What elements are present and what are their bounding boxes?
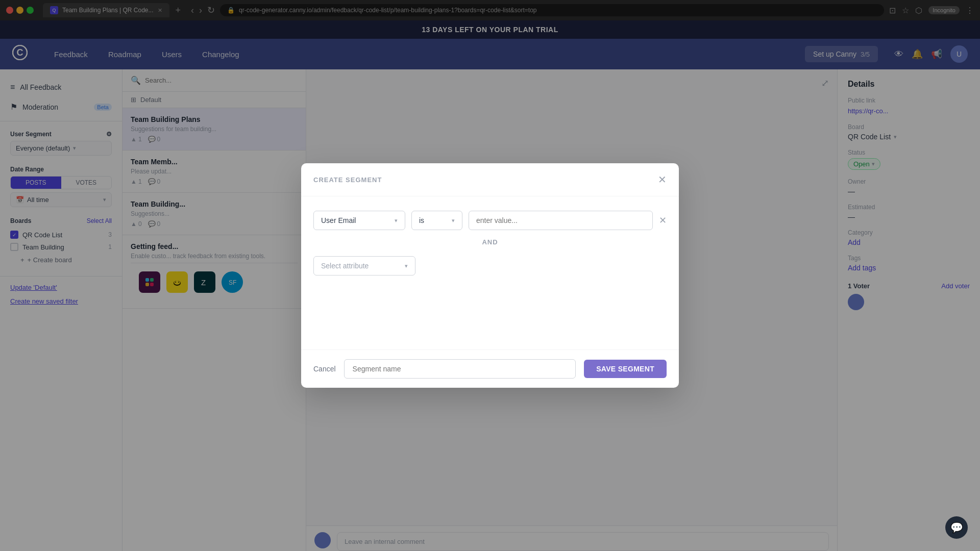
segment-row-1: User Email ▾ is ▾ ✕ [313,211,667,230]
modal-body: User Email ▾ is ▾ ✕ AND Select attribute… [301,196,679,349]
cancel-button[interactable]: Cancel [313,365,336,373]
operator-chevron-icon: ▾ [452,217,455,224]
create-segment-modal: CREATE SEGMENT ✕ User Email ▾ is ▾ ✕ AND [301,163,679,388]
segment-row-2: Select attribute ▾ [313,256,667,276]
and-divider: AND [313,238,667,246]
attribute-placeholder-2: Select attribute [321,262,369,270]
attribute-2-chevron-icon: ▾ [405,263,408,269]
operator-label: is [419,216,424,224]
modal-overlay[interactable]: CREATE SEGMENT ✕ User Email ▾ is ▾ ✕ AND [0,0,980,551]
row1-close-button[interactable]: ✕ [659,215,667,226]
attribute-chevron-icon: ▾ [395,217,398,224]
modal-footer: Cancel SAVE SEGMENT [301,349,679,388]
attribute-select-2[interactable]: Select attribute ▾ [313,256,415,276]
modal-title: CREATE SEGMENT [313,176,382,184]
modal-header: CREATE SEGMENT ✕ [301,163,679,196]
chat-widget[interactable]: 💬 [945,516,968,539]
value-input[interactable] [469,211,653,230]
attribute-select[interactable]: User Email ▾ [313,211,405,230]
chat-icon: 💬 [950,521,963,534]
modal-close-button[interactable]: ✕ [658,173,667,186]
attribute-label: User Email [321,216,356,224]
operator-select[interactable]: is ▾ [411,211,462,230]
save-segment-button[interactable]: SAVE SEGMENT [584,360,667,378]
segment-name-input[interactable] [344,359,576,379]
